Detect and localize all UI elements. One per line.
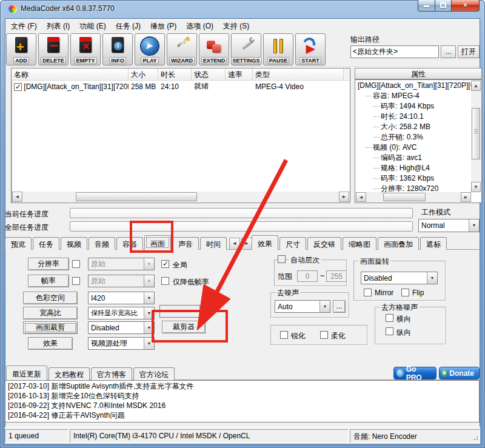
chevron-down-icon[interactable]: ▼	[144, 258, 154, 270]
browse-button[interactable]: ...	[441, 45, 456, 58]
tree-item[interactable]: 时长: 24:10.1	[356, 112, 471, 122]
tree-item[interactable]: 编码器: avc1	[356, 153, 471, 163]
toolbar-delete-button[interactable]: −DELETE	[38, 33, 69, 65]
auto-levels-checkbox[interactable]	[278, 255, 286, 263]
scroll-up-icon[interactable]: ▲	[471, 81, 481, 91]
column-header-5[interactable]: 类型	[253, 69, 344, 80]
scroll-track[interactable]	[471, 91, 481, 182]
minimize-button[interactable]	[418, 0, 435, 12]
chevron-down-icon[interactable]: ▼	[427, 272, 437, 284]
tab-tasks[interactable]: 任务	[33, 237, 59, 250]
scroll-left-icon[interactable]: ◄	[12, 192, 22, 202]
file-row[interactable]: [DMG][Attack_on_Titan][31][720P...258 MB…	[12, 81, 350, 92]
colorspace-button[interactable]: 色彩空间	[23, 292, 78, 304]
tree-item[interactable]: 码率: 1362 Kbps	[356, 173, 471, 184]
file-list-hscrollbar[interactable]: ◄ ►	[12, 192, 349, 202]
global-checkbox[interactable]	[161, 260, 169, 268]
menu-item[interactable]: 支持 (S)	[218, 20, 254, 33]
tab-container[interactable]: 容器	[116, 237, 143, 250]
tab-size[interactable]: 尺寸	[279, 237, 306, 250]
resolution-checkbox[interactable]	[72, 260, 80, 268]
open-button[interactable]: 打开	[458, 45, 480, 58]
column-header-3[interactable]: 状态	[192, 69, 226, 80]
deblock-v-checkbox[interactable]	[386, 327, 393, 335]
flip-checkbox[interactable]	[401, 289, 409, 296]
scroll-left-icon[interactable]: ◄	[356, 192, 366, 202]
go-pro-button[interactable]: ◔Go PRO	[393, 367, 436, 379]
lower-fps-checkbox[interactable]	[161, 277, 169, 285]
tree-item[interactable]: 分辨率: 1280x720	[356, 184, 471, 192]
tab-docs-tutorials[interactable]: 文档教程	[48, 367, 90, 380]
tree-item[interactable]: 规格: High@L4	[356, 163, 471, 173]
toolbar-info-button[interactable]: iINFO	[102, 33, 133, 65]
scroll-thumb[interactable]	[383, 193, 426, 201]
framerate-checkbox[interactable]	[72, 277, 80, 285]
resolution-select[interactable]: 原始▼	[88, 258, 155, 270]
tab-preview[interactable]: 预览	[5, 237, 32, 250]
soften-checkbox[interactable]	[320, 331, 328, 339]
aspect-extra-select[interactable]: ▼	[159, 305, 210, 318]
donate-button[interactable]: ★Donate	[439, 367, 480, 379]
denoise-more-button[interactable]: ...	[333, 300, 346, 313]
chevron-down-icon[interactable]: ▼	[144, 275, 154, 287]
column-header-0[interactable]: 名称	[12, 69, 129, 80]
deblock-h-checkbox[interactable]	[386, 314, 393, 322]
news-log-list[interactable]: [2017-03-10] 新增Suptitle Avisynth插件,支持蓝光字…	[5, 380, 480, 423]
scroll-right-icon[interactable]: ►	[461, 192, 471, 202]
toolbar-add-button[interactable]: +ADD	[6, 33, 36, 65]
scroll-thumb[interactable]	[472, 108, 480, 159]
cropper-button[interactable]: 裁剪器	[162, 321, 206, 333]
close-button[interactable]: ×	[452, 0, 480, 12]
tree-item[interactable]: 视频 (0): AVC	[356, 142, 471, 153]
chevron-down-icon[interactable]: ▼	[144, 307, 154, 319]
scroll-track[interactable]	[22, 192, 339, 202]
denoise-select[interactable]: Auto▼	[275, 300, 330, 313]
tab-scroll-right-icon[interactable]: ►	[241, 238, 252, 250]
tree-item[interactable]: 大小: 258.2 MB	[356, 122, 471, 132]
toolbar-wizard-button[interactable]: ✶✶WIZARD	[167, 33, 197, 65]
column-header-2[interactable]: 时长	[158, 69, 192, 80]
tab-official-forum[interactable]: 官方论坛	[133, 367, 175, 380]
scroll-right-icon[interactable]: ►	[339, 192, 349, 202]
tree-item[interactable]: 码率: 1494 Kbps	[356, 101, 471, 112]
toolbar-start-button[interactable]: ▶START	[295, 33, 326, 65]
framerate-select[interactable]: 原始▼	[88, 275, 155, 287]
toolbar-pause-button[interactable]: PAUSE	[263, 33, 293, 65]
chevron-down-icon[interactable]: ▼	[144, 322, 154, 333]
tree-item[interactable]: 容器: MPEG-4	[356, 91, 471, 101]
tab-thumbnail[interactable]: 缩略图	[343, 237, 376, 250]
colorspace-select[interactable]: I420▼	[88, 292, 155, 304]
chevron-down-icon[interactable]: ▼	[319, 301, 330, 312]
range-max-input[interactable]	[326, 270, 347, 282]
effect-button[interactable]: 效果	[28, 337, 73, 350]
toolbar-extend-button[interactable]: EXTEND	[199, 33, 229, 65]
properties-vscrollbar[interactable]: ▲ ▼	[471, 81, 481, 192]
tab-time[interactable]: 时间	[200, 237, 227, 250]
scroll-track[interactable]	[366, 192, 461, 202]
chevron-down-icon[interactable]: ▼	[144, 338, 154, 349]
aspect-select[interactable]: 保持显示宽高比▼	[88, 307, 155, 319]
tab-overlay[interactable]: 画面叠加	[378, 237, 419, 250]
file-checkbox[interactable]	[14, 83, 22, 91]
tree-item[interactable]: 总开销: 0.3%	[356, 132, 471, 142]
scroll-thumb[interactable]	[76, 192, 197, 201]
menu-item[interactable]: 选项 (O)	[181, 20, 218, 33]
toolbar-play-button[interactable]: PLAY	[135, 33, 165, 65]
tab-deinterlace[interactable]: 反交错	[307, 237, 341, 250]
tab-recent-updates[interactable]: 最近更新	[6, 366, 47, 380]
aspect-button[interactable]: 宽高比	[23, 307, 78, 319]
mirror-checkbox[interactable]	[364, 289, 372, 296]
tab-effects[interactable]: 效果	[252, 235, 278, 250]
sharpen-checkbox[interactable]	[280, 331, 288, 339]
tab-picture[interactable]: 画面	[144, 235, 171, 250]
tab-official-blog[interactable]: 官方博客	[91, 367, 132, 380]
properties-hscrollbar[interactable]: ◄ ►	[356, 192, 471, 202]
tab-sound[interactable]: 声音	[172, 237, 199, 250]
framerate-button[interactable]: 帧率	[28, 275, 69, 287]
toolbar-empty-button[interactable]: ×EMPTY	[70, 33, 101, 65]
menu-item[interactable]: 任务 (J)	[111, 20, 146, 33]
tree-item[interactable]: [DMG][Attack_on_Titan][31][720P][GE	[356, 81, 471, 91]
tab-video[interactable]: 视频	[61, 237, 87, 250]
tab-delogo[interactable]: 遮标	[420, 237, 447, 250]
menu-item[interactable]: 列表 (I)	[42, 20, 75, 33]
